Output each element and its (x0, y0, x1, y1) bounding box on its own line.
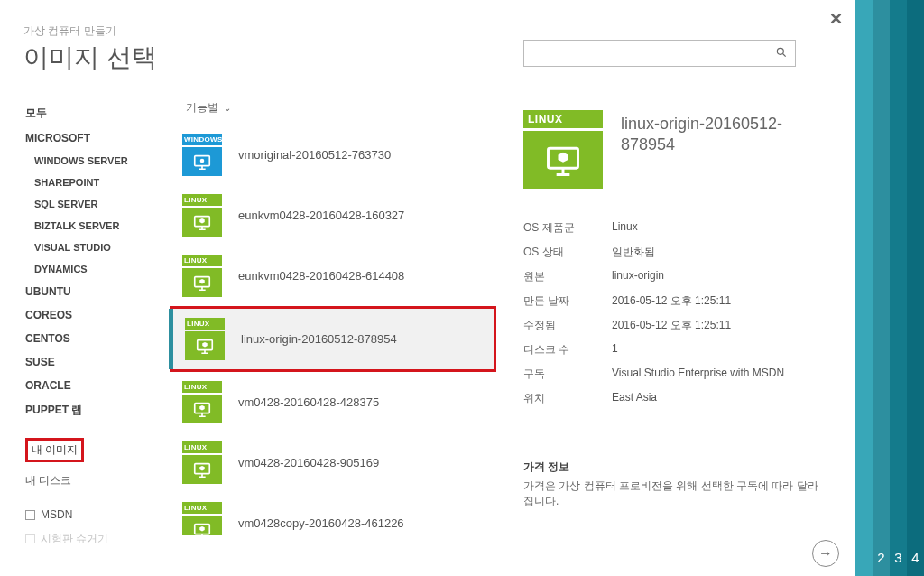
detail-value: linux-origin (612, 269, 828, 284)
os-tag: LINUX (182, 441, 222, 453)
image-list-panel: 기능별 ⌄ WINDOWS vmoriginal-20160512-763730… (166, 100, 509, 543)
sidebar-item-centos[interactable]: CENTOS (23, 327, 162, 350)
detail-value: 2016-05-12 오후 1:25:11 (612, 293, 828, 309)
next-button[interactable]: → (812, 540, 839, 567)
sidebar-item-trial[interactable]: 시험판 슈거기 (23, 526, 162, 543)
checkbox-icon[interactable] (25, 510, 35, 520)
detail-value: 1 (612, 342, 828, 358)
dialog-panel: ✕ 가상 컴퓨터 만들기 이미지 선택 모두 MICROSOFT WINDOWS… (0, 0, 855, 576)
detail-key: 구독 (523, 367, 612, 382)
sidebar-item-oracle[interactable]: ORACLE (23, 374, 162, 397)
os-linux-icon: LINUX (182, 381, 222, 423)
search-icon (775, 46, 788, 61)
sidebar-item-coreos[interactable]: COREOS (23, 303, 162, 327)
close-icon[interactable]: ✕ (829, 9, 843, 29)
sidebar-item-sql-server[interactable]: SQL SERVER (23, 193, 162, 215)
detail-key: OS 상태 (523, 245, 612, 260)
wizard-step-bar: 2 3 4 (855, 0, 924, 576)
os-linux-icon: LINUX (185, 318, 225, 360)
price-heading: 가격 정보 (523, 460, 828, 475)
sidebar-item-puppet[interactable]: PUPPET 랩 (23, 397, 162, 423)
wizard-step-1[interactable] (855, 0, 873, 576)
detail-value: Visual Studio Enterprise with MSDN (612, 367, 828, 382)
wizard-step-2[interactable]: 2 (873, 0, 890, 576)
detail-header: LINUX linux-origin-20160512-878954 (523, 110, 828, 189)
os-linux-icon: LINUX (182, 255, 222, 297)
sidebar-item-my-disks[interactable]: 내 디스크 (23, 468, 162, 494)
image-item-label: vm0428-20160428-428375 (238, 395, 379, 409)
image-item[interactable]: LINUX vm0428copy-20160428-461226 (170, 493, 509, 535)
checkbox-icon[interactable] (25, 534, 35, 543)
os-linux-icon-large: LINUX (523, 110, 603, 189)
detail-row: OS 상태일반화됨 (523, 240, 828, 265)
detail-row: 만든 날짜2016-05-12 오후 1:25:11 (523, 289, 828, 313)
price-info: 가격 정보 가격은 가상 컴퓨터 프로비전을 위해 선택한 구독에 따라 달라집… (523, 460, 828, 509)
sort-dropdown[interactable]: 기능별 ⌄ (166, 100, 509, 125)
detail-value: Linux (612, 220, 828, 236)
detail-row: 디스크 수1 (523, 338, 828, 362)
image-item[interactable]: LINUX eunkvm0428-20160428-160327 (170, 185, 509, 246)
category-sidebar: 모두 MICROSOFT WINDOWS SERVER SHAREPOINT S… (23, 100, 166, 543)
detail-panel: LINUX linux-origin-20160512-878954 OS 제품… (509, 100, 828, 543)
detail-row: OS 제품군Linux (523, 216, 828, 240)
image-item-selected[interactable]: LINUX linux-origin-20160512-878954 (172, 309, 494, 369)
sidebar-item-suse[interactable]: SUSE (23, 350, 162, 374)
search-input[interactable] (523, 40, 796, 67)
os-tag: LINUX (182, 502, 222, 514)
sidebar-item-my-images[interactable]: 내 이미지 (23, 432, 162, 468)
sidebar-item-microsoft[interactable]: MICROSOFT (23, 126, 162, 150)
highlight-box-my-images: 내 이미지 (25, 438, 84, 462)
chevron-down-icon: ⌄ (224, 103, 231, 113)
wizard-step-4[interactable]: 4 (907, 0, 924, 576)
highlight-box-selected-image: LINUX linux-origin-20160512-878954 (170, 306, 496, 372)
image-item[interactable]: LINUX eunkvm0428-20160428-614408 (170, 246, 509, 306)
detail-row: 구독Visual Studio Enterprise with MSDN (523, 362, 828, 386)
os-tag: WINDOWS (182, 134, 222, 145)
detail-key: OS 제품군 (523, 220, 612, 236)
detail-row: 원본linux-origin (523, 265, 828, 289)
sidebar-item-sharepoint[interactable]: SHAREPOINT (23, 172, 162, 193)
arrow-right-icon: → (818, 545, 833, 562)
sort-label: 기능별 (186, 100, 218, 116)
detail-value: 일반화됨 (612, 245, 828, 260)
image-item-label: vmoriginal-20160512-763730 (238, 148, 391, 162)
wizard-step-3[interactable]: 3 (890, 0, 907, 576)
detail-key: 수정됨 (523, 318, 612, 333)
os-linux-icon: LINUX (182, 194, 222, 237)
os-tag: LINUX (185, 318, 225, 330)
os-linux-icon: LINUX (182, 502, 222, 535)
detail-properties: OS 제품군Linux OS 상태일반화됨 원본linux-origin 만든 … (523, 216, 828, 411)
detail-value: 2016-05-12 오후 1:25:11 (612, 318, 828, 333)
detail-key: 위치 (523, 391, 612, 406)
image-item-label: linux-origin-20160512-878954 (241, 332, 397, 346)
detail-row: 위치East Asia (523, 386, 828, 411)
sidebar-item-dynamics[interactable]: DYNAMICS (23, 258, 162, 280)
svg-point-8 (777, 48, 783, 54)
image-list-scroll[interactable]: WINDOWS vmoriginal-20160512-763730 LINUX… (166, 125, 509, 535)
image-item-label: eunkvm0428-20160428-160327 (238, 209, 404, 222)
image-item[interactable]: WINDOWS vmoriginal-20160512-763730 (170, 125, 509, 185)
sidebar-item-label: 시험판 슈거기 (41, 532, 108, 543)
image-item-label: vm0428-20160428-905169 (238, 456, 379, 469)
os-tag: LINUX (182, 255, 222, 266)
sidebar-item-windows-server[interactable]: WINDOWS SERVER (23, 150, 162, 172)
sidebar-item-visual-studio[interactable]: VISUAL STUDIO (23, 237, 162, 258)
detail-key: 원본 (523, 269, 612, 284)
sidebar-item-all[interactable]: 모두 (23, 100, 162, 126)
sidebar-item-biztalk-server[interactable]: BIZTALK SERVER (23, 215, 162, 237)
image-item[interactable]: LINUX vm0428-20160428-905169 (170, 432, 509, 493)
os-tag: LINUX (523, 110, 603, 128)
svg-point-1 (200, 159, 205, 163)
sidebar-item-msdn[interactable]: MSDN (23, 503, 162, 526)
image-item-label: eunkvm0428-20160428-614408 (238, 269, 404, 283)
sidebar-item-ubuntu[interactable]: UBUNTU (23, 280, 162, 303)
os-windows-icon: WINDOWS (182, 134, 222, 176)
os-linux-icon: LINUX (182, 441, 222, 484)
detail-key: 디스크 수 (523, 342, 612, 358)
detail-row: 수정됨2016-05-12 오후 1:25:11 (523, 313, 828, 338)
image-item[interactable]: LINUX vm0428-20160428-428375 (170, 372, 509, 432)
price-text: 가격은 가상 컴퓨터 프로비전을 위해 선택한 구독에 따라 달라집니다. (523, 478, 828, 509)
detail-title: linux-origin-20160512-878954 (621, 110, 828, 189)
detail-value: East Asia (612, 391, 828, 406)
sidebar-item-label: MSDN (41, 508, 72, 521)
